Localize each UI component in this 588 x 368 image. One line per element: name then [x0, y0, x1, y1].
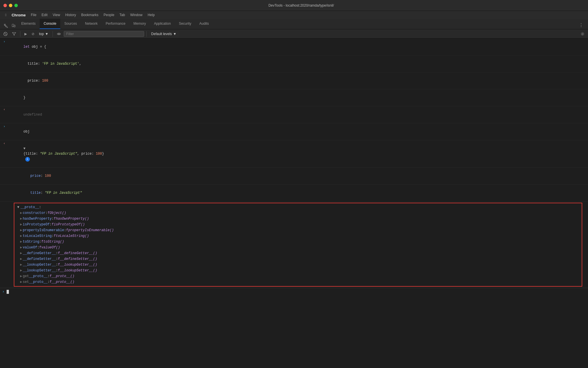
proto-item-propertyisenumerable: ▶ propertyIsEnumerable: f propertyIsEnum… [14, 227, 582, 233]
expand-constructor-arrow[interactable]: ▶ [20, 210, 22, 216]
tab-security[interactable]: Security [175, 19, 195, 29]
expand-set-proto-arrow[interactable]: ▶ [20, 279, 22, 285]
expand-isprototypeof-arrow[interactable]: ▶ [20, 222, 22, 227]
tab-sources[interactable]: Sources [60, 19, 81, 29]
toolbar-divider-2 [53, 31, 53, 37]
block-button[interactable]: ⊘ [30, 31, 36, 37]
filter-input[interactable] [64, 31, 144, 37]
result-1: undefined [7, 107, 586, 122]
tab-performance[interactable]: Performance [102, 19, 129, 29]
window-controls[interactable] [3, 4, 18, 7]
toolbar-divider-1 [20, 31, 20, 37]
window-title: DevTools - localhost:2020/ramda/type/isn… [18, 3, 585, 7]
proto-item-lookupsetter: ▶ __lookupSetter__: f __lookupSetter__() [14, 268, 582, 273]
expand-lookupgetter-arrow[interactable]: ▶ [20, 262, 22, 267]
console-prompt[interactable]: › [0, 288, 588, 296]
cursor [7, 290, 9, 294]
close-button[interactable] [3, 4, 7, 7]
expand-tolocalestring-arrow[interactable]: ▶ [20, 233, 22, 239]
expand-proto-arrow[interactable]: ▼ [17, 205, 19, 210]
menu-bookmarks[interactable]: Bookmarks [79, 12, 101, 18]
console-output[interactable]: › let obj = { title: 'FP in JavaScript',… [0, 39, 588, 361]
devtools-panel: Elements Console Sources Network Perform… [0, 19, 588, 361]
more-tabs-button[interactable]: ⋮ [577, 21, 586, 29]
obj-title: title: "FP in JavaScript" [14, 185, 586, 201]
expand-tostring-arrow[interactable]: ▶ [20, 239, 22, 244]
gutter-3 [2, 73, 7, 73]
menu-tab[interactable]: Tab [117, 12, 127, 18]
console-line-result-2: ‹ ▼ {title: "FP in JavaScript", price: 1… [0, 140, 588, 168]
input-arrow-1: › [2, 39, 7, 44]
svg-rect-2 [14, 25, 15, 27]
expand-lookupsetter-arrow[interactable]: ▶ [20, 268, 22, 273]
minimize-button[interactable] [9, 4, 12, 7]
svg-point-6 [58, 33, 59, 34]
expand-valueof-arrow[interactable]: ▶ [20, 245, 22, 250]
svg-line-5 [5, 33, 6, 35]
expand-hasownproperty-arrow[interactable]: ▶ [20, 216, 22, 221]
context-label: top [39, 32, 44, 36]
menu-history[interactable]: History [63, 12, 78, 18]
svg-point-7 [582, 33, 583, 34]
proto-item-isprototypeof: ▶ isPrototypeOf: f isPrototypeOf() [14, 222, 582, 227]
proto-item-tolocalestring: ▶ toLocaleString: f toLocaleString() [14, 233, 582, 239]
menu-edit[interactable]: Edit [39, 12, 50, 18]
menu-window[interactable]: Window [128, 12, 145, 18]
code-line-3: price: 100 [7, 73, 586, 89]
menu-apple[interactable]:  [3, 12, 9, 18]
code-line-1: let obj = { [7, 39, 586, 55]
toolbar-divider-3 [146, 31, 147, 37]
tab-elements[interactable]: Elements [17, 19, 40, 29]
filter-button[interactable] [10, 31, 18, 37]
proto-item-hasownproperty: ▶ hasOwnProperty: f hasOwnProperty() [14, 216, 582, 222]
tab-memory[interactable]: Memory [129, 19, 150, 29]
expand-obj-arrow[interactable]: ▼ [24, 147, 26, 151]
log-levels-selector[interactable]: Default levels ▼ [149, 31, 179, 37]
proto-item-get-proto: ▶ get __proto__: f __proto__() [14, 273, 582, 279]
result-arrow-2: ‹ [2, 141, 7, 146]
expand-propertyisenumerable-arrow[interactable]: ▶ [20, 228, 22, 233]
console-line-input-2: title: 'FP in JavaScript', [0, 55, 588, 72]
proto-item-definegetter: ▶ __defineGetter__: f __defineGetter__() [14, 250, 582, 256]
proto-item-definesetter: ▶ __defineSetter__: f __defineSetter__() [14, 256, 582, 262]
devtools-tabbar: Elements Console Sources Network Perform… [0, 19, 588, 29]
proto-item-constructor: ▶ constructor: f Object() [14, 210, 582, 216]
result-2-expanded: ▼ {title: "FP in JavaScript", price: 100… [7, 141, 586, 167]
code-line-5: obj [7, 124, 586, 139]
tab-application[interactable]: Application [150, 19, 175, 29]
inspect-element-button[interactable] [2, 23, 10, 29]
clear-console-button[interactable] [2, 31, 9, 37]
console-line-title: title: "FP in JavaScript" [0, 185, 588, 202]
expand-definegetter-arrow[interactable]: ▶ [20, 251, 22, 256]
console-line-input-3: price: 100 [0, 72, 588, 89]
settings-button[interactable] [579, 31, 586, 37]
device-toolbar-button[interactable] [10, 23, 17, 29]
menu-chrome[interactable]: Chrome [9, 12, 28, 18]
context-selector[interactable]: top ▼ [37, 31, 50, 37]
result-arrow-1: ‹ [2, 107, 7, 112]
menu-file[interactable]: File [29, 12, 39, 18]
mac-menubar:  Chrome File Edit View History Bookmark… [0, 11, 588, 19]
prompt-arrow: › [2, 289, 4, 294]
console-line-input-1: › let obj = { [0, 39, 588, 55]
menu-help[interactable]: Help [145, 12, 157, 18]
menu-view[interactable]: View [51, 12, 63, 18]
menu-people[interactable]: People [101, 12, 117, 18]
proto-item-set-proto: ▶ set __proto__: f __proto__() [14, 279, 582, 285]
console-line-input-5: › obj [0, 123, 588, 140]
obj-price: price: 100 [14, 168, 586, 184]
info-badge[interactable]: i [25, 157, 30, 162]
tab-console[interactable]: Console [40, 19, 60, 29]
tab-audits[interactable]: Audits [195, 19, 213, 29]
maximize-button[interactable] [14, 4, 18, 7]
eye-button[interactable] [55, 32, 63, 36]
proto-item-tostring: ▶ toString: f toString() [14, 239, 582, 245]
mac-titlebar: DevTools - localhost:2020/ramda/type/isn… [0, 0, 588, 11]
gutter-2 [2, 56, 7, 56]
console-line-input-4: } [0, 89, 588, 106]
expand-get-proto-arrow[interactable]: ▶ [20, 274, 22, 279]
proto-header-line: ▼ __proto__: [14, 204, 582, 210]
play-button[interactable]: ▶ [23, 31, 29, 37]
tab-network[interactable]: Network [81, 19, 102, 29]
expand-definesetter-arrow[interactable]: ▶ [20, 256, 22, 262]
